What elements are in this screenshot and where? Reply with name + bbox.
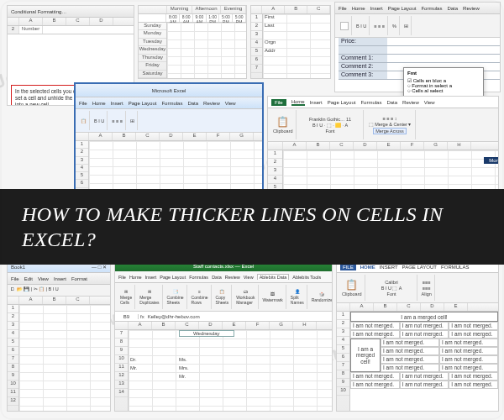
merge-button[interactable]: ⬚ Merge & Center ▾ [369,122,412,127]
paste-icon: 📋 [276,116,289,128]
thumbnail-old-excel: Book1 — □ ✕ File Edit View Insert Format… [7,260,111,412]
headline-text: HOW TO MAKE THICKER LINES ON CELLS IN EX… [22,202,459,252]
paste-icon: 📋 [81,118,87,123]
column-headers: ABCDEFGH [115,322,332,330]
thumbnail-small-grid: A B C 1234567 First Last Orgn Addr [250,5,331,79]
row-headers: 123456789101112 [8,305,19,411]
thumbnail-excel-win7: Microsoft Excel File Home Insert Page La… [74,82,264,205]
column-headers: A B C [251,6,330,14]
thumbnail-weekly-schedule: Morning Afternoon Evening 8:00 AM 8:00 A… [138,5,247,79]
ribbon-tools: 📋 B I U ≡ ≡ ≡ ⊞ [76,109,262,133]
cell-value: Number [19,26,43,34]
menu-bar: File Home Insert Page Layout Formulas Da… [335,3,500,14]
ribbon-tools: 📋Clipboard Calibri B I U ⬚ A Font ≡≡≡≡≡≡… [337,273,498,303]
name-box[interactable]: B9 [115,314,139,319]
toolbar-label: Conditional Formatting… [11,9,66,14]
column-headers: Morning Afternoon Evening [139,6,246,14]
data-row: 2 Number [8,26,134,34]
cell-value: Month [484,157,499,164]
row-headers: Sunday Monday Tuesday Wednesday Thursday… [139,23,167,78]
dialog-title: Fmt [407,71,480,76]
formula-bar[interactable]: Kelley@dhr-hebov.com [146,314,332,319]
menu-bar: File Edit View Insert Format [8,273,110,285]
merged-cell: I am a merged cell! [350,312,498,322]
toolbar: 🗋 📂 💾 | ✂ 📋 | B I U [8,285,110,297]
merge-across-item[interactable]: Merge Across [373,128,407,134]
headline-overlay: HOW TO MAKE THICKER LINES ON CELLS IN EX… [0,189,504,265]
window-controls-icon: — □ ✕ [92,264,107,270]
ribbon-tools: B I U ≡ ≡ ≡ % ⊞ [335,14,500,38]
cell-value: Wednesday [179,330,234,337]
ribbon-tools: 📋 Clipboard Franklin Gothic… 11 B I U · … [268,108,498,142]
menu-bar: File Home Insert Page Layout Formulas Da… [268,97,498,108]
menu-bar: File Home Insert Page Layout Formulas Da… [115,271,332,283]
toolbar: Conditional Formatting… [8,6,134,18]
window-title: Microsoft Excel [152,88,186,93]
time-row: 8:00 AM 8:00 AM 9:00 AM 1:00 PM 5:00 PM … [139,14,246,23]
column-headers: ABCDE [337,303,498,312]
row-headers: 1234567 [251,14,263,78]
column-headers: ABC [8,297,110,305]
merged-cell: I am a merged cell! [350,339,381,372]
window-titlebar: Microsoft Excel [76,84,262,97]
merge-cells-icon: ⊞ [124,289,128,294]
row-headers: 12345678910 [337,312,350,411]
thumbnail-staff-contacts: Staff contacts.xlsx — Excel File Home In… [114,260,333,412]
column-headers: ABCDEFGH [268,142,498,150]
font-selector[interactable]: Franklin Gothic… 11 [309,117,351,122]
row-headers: 7891011121314 [115,330,129,411]
ribbon-tools: ⊞Merge Cells ⊞Merge Duplicates 📑Combine … [115,283,332,312]
column-headers: ABCD [8,18,134,26]
paste-icon: 📋 [345,279,358,291]
menu-bar: File Home Insert Page Layout Formulas Da… [76,97,262,109]
column-headers: ABCDEFG [76,133,262,141]
font-selector[interactable]: Calibri [385,280,398,285]
thumbnail-merged-cells: FILE HOME INSERT PAGE LAYOUT FORMULAS 📋C… [336,260,499,412]
